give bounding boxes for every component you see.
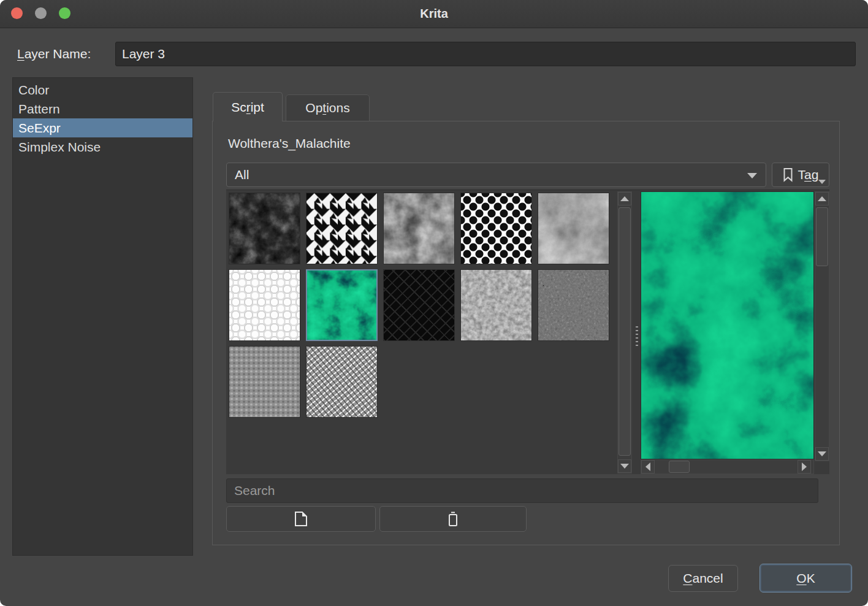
ok-button[interactable]: OK	[760, 564, 852, 593]
malachite-texture	[307, 270, 376, 340]
scrollbar-thumb[interactable]	[669, 461, 690, 473]
pattern-chooser-body	[226, 190, 829, 474]
delete-resource-button[interactable]	[379, 506, 527, 532]
pattern-preview	[641, 191, 814, 459]
tab-script-label: Script	[231, 100, 264, 115]
import-resource-button[interactable]	[226, 506, 376, 532]
cancel-button[interactable]: Cancel	[668, 565, 738, 592]
scroll-right-button[interactable]	[798, 460, 811, 474]
pattern-thumb-black-maze[interactable]	[383, 269, 455, 341]
generator-item-pattern[interactable]: Pattern	[13, 99, 192, 118]
scroll-up-button[interactable]	[815, 192, 829, 205]
light-clouds-texture	[384, 193, 454, 264]
pattern-thumb-diagonal-weave[interactable]	[306, 346, 378, 418]
folder-icon	[293, 510, 309, 527]
arrow-up-icon	[818, 196, 826, 201]
selected-resource-name: Wolthera's_Malachite	[228, 136, 351, 151]
arrow-down-icon	[620, 464, 629, 469]
pattern-thumb-speckle-noise[interactable]	[538, 269, 609, 341]
search-input[interactable]	[226, 478, 818, 503]
preview-vertical-scrollbar[interactable]	[815, 191, 829, 461]
tag-filter-combobox[interactable]: All	[226, 163, 766, 187]
titlebar[interactable]: Krita	[0, 0, 868, 28]
pattern-grid-scrollbar[interactable]	[617, 191, 632, 474]
window-title: Krita	[0, 0, 868, 28]
scroll-left-button[interactable]	[641, 460, 655, 474]
generator-list: ColorPatternSeExprSimplex Noise	[12, 77, 193, 556]
arrow-down-icon	[818, 451, 826, 456]
generator-item-simplex-noise[interactable]: Simplex Noise	[13, 137, 192, 156]
pattern-thumb-light-clouds[interactable]	[383, 193, 455, 264]
cancel-button-label: Cancel	[683, 571, 723, 586]
preview-horizontal-scrollbar[interactable]	[641, 459, 814, 474]
tag-button[interactable]: Tag	[772, 163, 829, 187]
chevron-down-icon	[747, 173, 757, 178]
tab-script[interactable]: Script	[213, 92, 283, 121]
layer-name-label: Layer Name:	[17, 47, 91, 61]
pattern-thumb-gray-grain[interactable]	[460, 269, 532, 341]
generator-item-seexpr[interactable]: SeExpr	[13, 118, 192, 137]
ok-button-label: OK	[796, 571, 815, 586]
bw-triangles-texture	[306, 193, 377, 264]
arrow-left-icon	[645, 462, 650, 471]
pattern-thumb-halftone-dots[interactable]	[460, 193, 532, 264]
arrow-up-icon	[620, 196, 629, 201]
layer-name-input[interactable]	[115, 42, 856, 66]
malachite-preview-texture	[641, 192, 813, 459]
splitter-handle[interactable]	[636, 326, 638, 347]
pattern-thumb-malachite[interactable]	[306, 269, 378, 341]
generator-item-color[interactable]: Color	[13, 80, 192, 99]
trash-icon	[446, 510, 460, 527]
scrollbar-thumb[interactable]	[619, 207, 631, 456]
gray-grain-texture	[461, 270, 531, 340]
script-tab-panel: Wolthera's_Malachite All Tag	[212, 121, 840, 545]
dark-clouds-texture	[229, 193, 300, 264]
scroll-up-button[interactable]	[618, 192, 631, 205]
tab-options-label: Options	[305, 101, 349, 115]
pattern-grid	[226, 190, 637, 420]
arrow-right-icon	[802, 462, 807, 471]
speckle-noise-texture	[538, 270, 609, 340]
pattern-thumb-truchet-curves[interactable]	[229, 269, 300, 341]
pattern-thumb-smoke-clouds[interactable]	[538, 193, 609, 264]
chevron-down-icon	[818, 180, 826, 184]
smoke-clouds-texture	[538, 193, 609, 264]
pattern-thumb-fine-dot-gray[interactable]	[229, 346, 300, 418]
bookmark-icon	[783, 167, 793, 182]
scroll-down-button[interactable]	[815, 447, 829, 461]
tag-filter-value: All	[235, 167, 249, 182]
scroll-down-button[interactable]	[618, 459, 631, 473]
pattern-thumb-bw-triangles[interactable]	[306, 193, 378, 264]
tab-options[interactable]: Options	[286, 94, 370, 121]
tag-button-label: Tag	[798, 167, 819, 182]
scrollbar-thumb[interactable]	[816, 207, 828, 266]
krita-dialog-window: Krita Layer Name: ColorPatternSeExprSimp…	[0, 0, 868, 606]
pattern-thumb-dark-clouds[interactable]	[229, 193, 300, 264]
